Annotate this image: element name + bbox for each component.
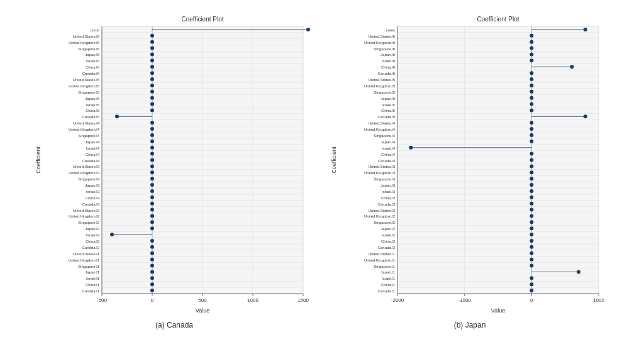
svg-text:Israel.l2: Israel.l2 <box>382 233 396 237</box>
svg-text:Coefficient: Coefficient <box>331 146 337 174</box>
svg-text:United.States.l6: United.States.l6 <box>73 35 100 38</box>
svg-text:Israel.l2: Israel.l2 <box>86 233 100 237</box>
svg-text:China.l4: China.l4 <box>86 153 100 157</box>
svg-text:United.Kingdom.l4: United.Kingdom.l4 <box>69 128 100 131</box>
svg-text:United.States.l5: United.States.l5 <box>369 78 396 82</box>
svg-point-311 <box>530 96 533 100</box>
svg-point-343 <box>530 196 533 199</box>
svg-text:Value: Value <box>491 307 505 314</box>
svg-point-351 <box>530 220 533 224</box>
svg-text:United.States.l5: United.States.l5 <box>73 78 100 82</box>
svg-point-363 <box>530 258 533 262</box>
svg-text:Singapore.l3: Singapore.l3 <box>374 177 395 181</box>
svg-point-157 <box>150 220 154 224</box>
svg-text:United.Kingdom.l6: United.Kingdom.l6 <box>69 41 100 45</box>
svg-text:United.Kingdom.l2: United.Kingdom.l2 <box>69 214 100 218</box>
svg-text:China.l5: China.l5 <box>381 109 396 113</box>
svg-text:China.l3: China.l3 <box>86 196 100 200</box>
svg-point-135 <box>150 152 154 156</box>
svg-text:-2000: -2000 <box>391 297 404 303</box>
svg-point-103 <box>150 52 154 56</box>
svg-point-163 <box>150 239 154 243</box>
svg-text:Japan.l3: Japan.l3 <box>85 184 99 187</box>
svg-text:China.l5: China.l5 <box>86 109 100 113</box>
svg-text:Canada.l3: Canada.l3 <box>82 202 100 206</box>
svg-text:Canada.l1: Canada.l1 <box>82 289 100 293</box>
svg-text:Israel.l5: Israel.l5 <box>382 103 396 107</box>
svg-text:Singapore.l4: Singapore.l4 <box>78 134 99 138</box>
svg-point-345 <box>530 202 533 206</box>
svg-text:United.Kingdom.l5: United.Kingdom.l5 <box>364 84 396 88</box>
svg-point-99 <box>150 40 154 44</box>
svg-text:United.Kingdom.l2: United.Kingdom.l2 <box>364 214 396 218</box>
svg-text:Japan.l1: Japan.l1 <box>85 270 99 274</box>
svg-point-167 <box>150 251 154 255</box>
svg-text:-500: -500 <box>97 297 108 303</box>
svg-point-335 <box>530 170 533 174</box>
svg-text:Singapore.l5: Singapore.l5 <box>374 91 395 94</box>
svg-point-331 <box>530 158 533 162</box>
svg-point-371 <box>530 282 533 286</box>
svg-point-291 <box>530 34 533 38</box>
svg-point-301 <box>570 65 574 69</box>
svg-text:Singapore.l1: Singapore.l1 <box>374 265 395 268</box>
svg-point-139 <box>150 164 154 168</box>
svg-point-317 <box>584 114 587 118</box>
svg-point-373 <box>530 289 533 292</box>
svg-text:United.Kingdom.l3: United.Kingdom.l3 <box>364 171 396 175</box>
svg-text:Singapore.l1: Singapore.l1 <box>78 265 99 268</box>
svg-point-325 <box>530 140 533 143</box>
svg-text:Canada.l5: Canada.l5 <box>82 115 100 119</box>
svg-text:0: 0 <box>530 297 533 303</box>
svg-point-327 <box>409 146 413 150</box>
svg-point-117 <box>150 96 154 100</box>
svg-text:United.States.l3: United.States.l3 <box>73 165 100 168</box>
svg-point-365 <box>530 264 533 268</box>
svg-point-127 <box>150 127 154 131</box>
svg-point-119 <box>150 102 154 106</box>
svg-text:Japan.l2: Japan.l2 <box>85 227 99 231</box>
svg-point-299 <box>530 58 533 62</box>
svg-text:Japan.l6: Japan.l6 <box>85 53 99 57</box>
svg-text:Canada.l6: Canada.l6 <box>82 72 100 75</box>
svg-text:Japan.l4: Japan.l4 <box>85 140 99 144</box>
svg-text:China.l6: China.l6 <box>86 65 100 69</box>
svg-point-141 <box>150 170 154 174</box>
svg-text:Israel.l6: Israel.l6 <box>86 59 100 63</box>
svg-text:const: const <box>386 28 396 32</box>
svg-text:United.States.l2: United.States.l2 <box>369 209 396 213</box>
svg-point-129 <box>150 133 154 137</box>
svg-point-349 <box>530 214 533 218</box>
svg-text:United.Kingdom.l5: United.Kingdom.l5 <box>69 84 100 88</box>
svg-point-355 <box>530 233 533 236</box>
svg-point-113 <box>150 84 154 87</box>
svg-text:-1000: -1000 <box>458 297 471 303</box>
svg-text:Israel.l1: Israel.l1 <box>86 277 100 280</box>
chart-caption-canada: (a) Canada <box>155 321 193 329</box>
svg-text:China.l4: China.l4 <box>381 153 396 157</box>
svg-text:Israel.l4: Israel.l4 <box>382 146 396 150</box>
svg-text:Canada.l3: Canada.l3 <box>378 202 396 206</box>
svg-point-305 <box>530 77 533 81</box>
chart-wrapper-japan: constUnited.States.l6United.Kingdom.l6Si… <box>328 8 611 329</box>
svg-text:Japan.l3: Japan.l3 <box>380 184 395 187</box>
svg-point-303 <box>530 71 533 75</box>
svg-text:Coefficient: Coefficient <box>35 146 42 174</box>
svg-point-101 <box>150 47 154 50</box>
svg-text:Coefficient Plot: Coefficient Plot <box>477 16 519 23</box>
svg-text:China.l6: China.l6 <box>381 65 396 69</box>
svg-point-95 <box>306 28 310 31</box>
svg-point-151 <box>150 202 154 206</box>
svg-text:Japan.l5: Japan.l5 <box>85 97 99 101</box>
svg-point-369 <box>530 276 533 280</box>
svg-text:Singapore.l4: Singapore.l4 <box>374 134 395 138</box>
svg-text:Japan.l4: Japan.l4 <box>380 140 395 144</box>
svg-point-97 <box>150 34 154 38</box>
svg-point-105 <box>150 58 154 62</box>
svg-point-177 <box>150 282 154 286</box>
svg-text:Singapore.l2: Singapore.l2 <box>374 221 395 224</box>
svg-text:Canada.l4: Canada.l4 <box>378 159 396 163</box>
svg-text:500: 500 <box>198 297 207 303</box>
svg-point-359 <box>530 245 533 249</box>
svg-point-341 <box>530 189 533 193</box>
